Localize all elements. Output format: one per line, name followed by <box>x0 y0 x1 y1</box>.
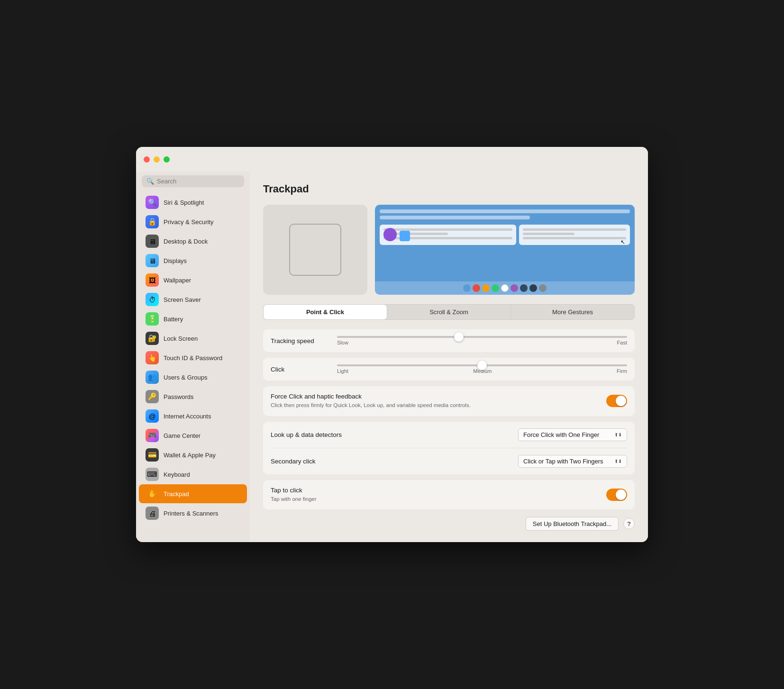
tracking-speed-label: Tracking speed <box>271 337 328 344</box>
click-track[interactable] <box>337 364 627 366</box>
preview-row: ↖ <box>263 205 635 295</box>
click-section: Click Light Medium Firm <box>263 358 635 381</box>
sidebar-item-printers-scanners[interactable]: 🖨Printers & Scanners <box>139 504 247 523</box>
sidebar-item-battery[interactable]: 🔋Battery <box>139 309 247 328</box>
sidebar-item-privacy-security[interactable]: 🔒Privacy & Security <box>139 212 247 231</box>
tap-to-click-toggle-knob <box>616 490 626 500</box>
sidebar-item-wallet-applepay[interactable]: 💳Wallet & Apple Pay <box>139 445 247 464</box>
force-click-toggle-knob <box>616 396 626 406</box>
bottom-bar: Set Up Bluetooth Trackpad... ? <box>263 517 635 531</box>
page-title: Trackpad <box>263 183 635 195</box>
sidebar-item-passwords[interactable]: 🔑Passwords <box>139 387 247 406</box>
sidebar-item-desktop-dock[interactable]: 🖥Desktop & Dock <box>139 232 247 251</box>
lookup-dropdown[interactable]: Force Click with One Finger ⬆⬇ <box>518 428 627 441</box>
click-firm-label: Firm <box>617 368 627 374</box>
close-button[interactable] <box>144 156 150 163</box>
sidebar-icon-trackpad: ✋ <box>146 487 159 500</box>
color-dot-2[interactable] <box>482 284 490 292</box>
lookup-control: Force Click with One Finger ⬆⬇ <box>518 428 627 441</box>
tap-to-click-toggle[interactable] <box>606 489 627 501</box>
anim-rect <box>400 231 410 241</box>
window-content: 🔍 🔍Siri & Spotlight🔒Privacy & Security🖥D… <box>136 172 648 542</box>
tab-scroll-zoom[interactable]: Scroll & Zoom <box>387 305 511 319</box>
sidebar-item-wallpaper[interactable]: 🖼Wallpaper <box>139 271 247 290</box>
sidebar-label-displays: Displays <box>164 257 187 264</box>
sidebar-item-lock-screen[interactable]: 🔐Lock Screen <box>139 329 247 348</box>
lookup-label-group: Look up & data detectors <box>271 431 518 438</box>
force-click-toggle[interactable] <box>606 395 627 407</box>
color-dot-4[interactable] <box>501 284 509 292</box>
tab-bar: Point & Click Scroll & Zoom More Gesture… <box>263 304 635 320</box>
color-dot-5[interactable] <box>511 284 518 292</box>
tab-point-click[interactable]: Point & Click <box>264 305 387 319</box>
tracking-speed-section: Tracking speed Slow Fast <box>263 329 635 352</box>
lookup-dropdown-arrow: ⬆⬇ <box>614 432 622 437</box>
tracking-speed-row: Tracking speed Slow Fast <box>271 329 627 352</box>
force-click-sublabel: Click then press firmly for Quick Look, … <box>271 401 606 409</box>
sidebar-label-lock-screen: Lock Screen <box>164 335 198 342</box>
tap-to-click-control <box>606 489 627 501</box>
color-dot-1[interactable] <box>473 284 480 292</box>
anim-content: ↖ <box>380 225 630 245</box>
color-dot-0[interactable] <box>463 284 471 292</box>
sidebar-item-trackpad[interactable]: ✋Trackpad <box>139 484 247 503</box>
sidebar-label-passwords: Passwords <box>164 393 194 400</box>
tap-to-click-section: Tap to click Tap with one finger <box>263 480 635 509</box>
trackpad-box <box>289 224 341 276</box>
sidebar-icon-touch-id: 👆 <box>146 351 159 364</box>
maximize-button[interactable] <box>164 156 170 163</box>
color-dot-7[interactable] <box>529 284 537 292</box>
secondary-click-value: Click or Tap with Two Fingers <box>523 458 603 465</box>
main-window: 🔍 🔍Siri & Spotlight🔒Privacy & Security🖥D… <box>136 147 648 542</box>
sidebar-item-keyboard[interactable]: ⌨Keyboard <box>139 465 247 484</box>
sidebar-icon-passwords: 🔑 <box>146 390 159 403</box>
sidebar-icon-game-center: 🎮 <box>146 429 159 442</box>
tap-to-click-sublabel: Tap with one finger <box>271 495 606 503</box>
force-click-label: Force Click and haptic feedback <box>271 393 606 400</box>
sidebar-icon-siri-spotlight: 🔍 <box>146 196 159 209</box>
search-bar[interactable]: 🔍 <box>142 175 244 187</box>
titlebar <box>136 147 648 172</box>
color-dot-3[interactable] <box>492 284 499 292</box>
minimize-button[interactable] <box>154 156 160 163</box>
setup-bluetooth-button[interactable]: Set Up Bluetooth Trackpad... <box>526 517 619 531</box>
sidebar-label-trackpad: Trackpad <box>164 490 189 498</box>
click-control: Click Light Medium Firm <box>271 364 627 374</box>
secondary-click-dropdown[interactable]: Click or Tap with Two Fingers ⬆⬇ <box>518 455 627 468</box>
sidebar-item-game-center[interactable]: 🎮Game Center <box>139 426 247 445</box>
anim-desktop: ↖ <box>375 205 635 281</box>
anim-window-2: ↖ <box>519 225 630 245</box>
sidebar-icon-privacy-security: 🔒 <box>146 215 159 228</box>
sidebar-item-touch-id[interactable]: 👆Touch ID & Password <box>139 348 247 367</box>
tracking-speed-slider-group: Slow Fast <box>337 336 627 345</box>
search-input[interactable] <box>157 178 239 185</box>
sidebar-item-users-groups[interactable]: 👥Users & Groups <box>139 368 247 387</box>
tracking-fast-label: Fast <box>617 340 627 345</box>
tracking-speed-control: Tracking speed Slow Fast <box>271 336 627 345</box>
sidebar-icon-battery: 🔋 <box>146 312 159 326</box>
help-button[interactable]: ? <box>623 518 635 529</box>
sidebar-item-internet-accounts[interactable]: @Internet Accounts <box>139 407 247 426</box>
sidebar-icon-wallpaper: 🖼 <box>146 273 159 287</box>
click-thumb[interactable] <box>477 361 487 370</box>
color-dot-8[interactable] <box>539 284 547 292</box>
click-row: Click Light Medium Firm <box>271 358 627 381</box>
sidebar-item-displays[interactable]: 🖥Displays <box>139 251 247 270</box>
tracking-speed-thumb[interactable] <box>454 332 464 342</box>
sidebar-icon-screen-saver: ⏱ <box>146 293 159 306</box>
sidebar-label-internet-accounts: Internet Accounts <box>164 413 211 420</box>
color-dot-6[interactable] <box>520 284 528 292</box>
anim-wbar-6 <box>523 237 626 239</box>
click-label: Click <box>271 366 328 373</box>
anim-wbar-5 <box>523 233 574 235</box>
sidebar-label-game-center: Game Center <box>164 432 201 439</box>
tracking-speed-track[interactable] <box>337 336 627 338</box>
sidebar-item-siri-spotlight[interactable]: 🔍Siri & Spotlight <box>139 193 247 212</box>
sidebar-label-touch-id: Touch ID & Password <box>164 354 222 362</box>
sidebar-item-screen-saver[interactable]: ⏱Screen Saver <box>139 290 247 309</box>
tab-more-gestures[interactable]: More Gestures <box>511 305 634 319</box>
sidebar-icon-users-groups: 👥 <box>146 371 159 384</box>
sidebar-icon-printers-scanners: 🖨 <box>146 507 159 520</box>
tracking-speed-labels: Slow Fast <box>337 340 627 345</box>
sidebar-label-wallpaper: Wallpaper <box>164 277 191 284</box>
